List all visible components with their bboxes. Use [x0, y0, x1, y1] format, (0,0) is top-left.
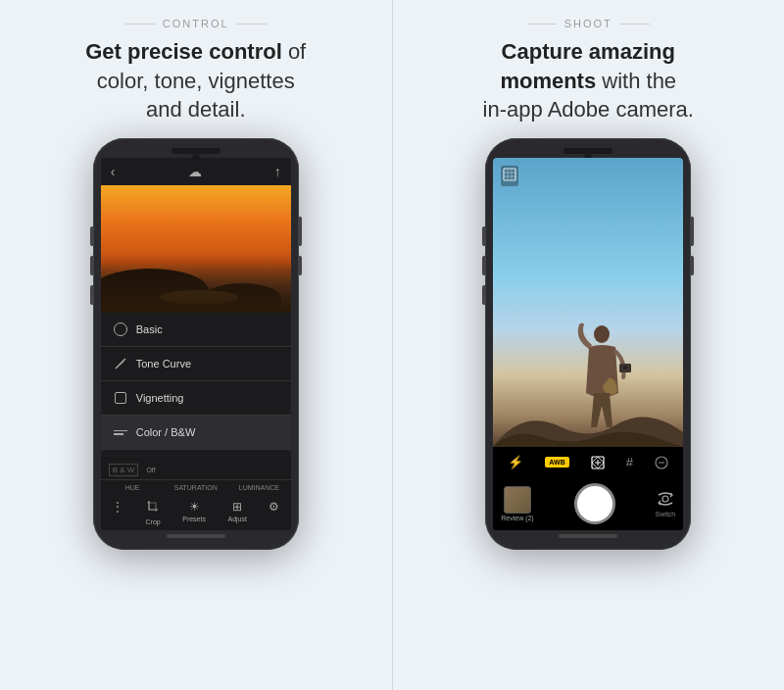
- right-panel: SHOOT Capture amazingmoments with thein-…: [393, 0, 785, 690]
- back-icon[interactable]: ‹: [111, 164, 116, 179]
- color-bw-icon: [113, 424, 128, 440]
- left-button-3: [90, 285, 93, 305]
- adjust-label: Adjust: [227, 516, 246, 522]
- toolbar-more[interactable]: ⋮: [112, 500, 123, 525]
- camera-dot: [192, 154, 200, 162]
- bottom-bar: B & W Off HUE SATURATION: [101, 457, 291, 530]
- review-section: Review (2): [501, 486, 533, 521]
- more-icon: ⋮: [112, 500, 123, 514]
- color-bw-label: Color / B&W: [136, 426, 196, 438]
- left-panel: CONTROL Get precise control ofcolor, ton…: [0, 0, 392, 690]
- left-phone-screen: ‹ ☁ ↑: [101, 158, 291, 530]
- home-bar: [167, 534, 225, 538]
- presets-label: Presets: [182, 516, 206, 522]
- camera-controls-bar: ⚡ AWB #: [493, 447, 683, 477]
- saturation-label: SATURATION: [174, 484, 218, 491]
- svg-rect-2: [504, 169, 515, 180]
- menu-item-color-bw[interactable]: Color / B&W: [101, 416, 291, 450]
- title-bold-right: Capture amazingmoments: [500, 39, 675, 93]
- camera-screen: ⚡ AWB #: [493, 158, 683, 530]
- review-thumbnail[interactable]: [504, 486, 531, 514]
- lines-icon: [114, 430, 127, 435]
- control-label: CONTROL: [163, 18, 229, 29]
- hue-label: HUE: [125, 484, 140, 491]
- camera-photo-view: [493, 158, 683, 447]
- bw-column-row: HUE SATURATION LUMINANCE: [101, 480, 291, 495]
- toolbar-crop[interactable]: Crop: [146, 500, 161, 525]
- gear-circle-icon: [114, 322, 127, 336]
- menu-item-basic[interactable]: Basic: [101, 313, 291, 347]
- right-left-button-3: [482, 285, 485, 305]
- right-side-button-2: [691, 256, 694, 275]
- title-bold-part: Get precise control: [85, 39, 282, 64]
- awb-button[interactable]: AWB: [545, 457, 568, 468]
- tone-curve-icon: [113, 356, 128, 371]
- vignette-square-icon: [115, 392, 126, 404]
- home-bar-right: [559, 534, 617, 538]
- exposure-button[interactable]: [591, 456, 605, 469]
- vignetting-label: Vignetting: [136, 392, 184, 404]
- side-button-2: [299, 256, 302, 275]
- shoot-label: SHOOT: [564, 18, 612, 29]
- saturation-col: SATURATION: [164, 482, 227, 493]
- left-phone-frame: ‹ ☁ ↑: [93, 138, 299, 550]
- edit-screen: ‹ ☁ ↑: [101, 158, 291, 530]
- edit-toolbar: ⋮ Crop: [101, 495, 291, 528]
- left-button-2: [90, 256, 93, 275]
- right-panel-label: SHOOT: [527, 18, 650, 29]
- preset-icon: ☀: [189, 500, 200, 514]
- camera-bottom-bar: Review (2): [493, 477, 683, 530]
- crop-icon: [146, 500, 160, 517]
- hue-col: HUE: [101, 482, 165, 493]
- bw-label: B & W: [113, 466, 135, 474]
- luminance-col: LUMINANCE: [227, 482, 291, 493]
- toolbar-adjust[interactable]: ⊞ Adjust: [227, 500, 246, 525]
- review-count-label[interactable]: Review (2): [501, 515, 533, 521]
- basic-icon: [113, 321, 128, 337]
- switch-camera-icon: [657, 490, 674, 511]
- menu-item-vignetting[interactable]: Vignetting: [101, 381, 291, 416]
- right-panel-title: Capture amazingmoments with thein-app Ad…: [473, 37, 704, 124]
- right-phone-screen: ⚡ AWB #: [493, 158, 683, 530]
- left-button-1: [90, 226, 93, 246]
- svg-point-7: [594, 325, 610, 343]
- grid-overlay-icon: [501, 166, 518, 186]
- photo-preview: [101, 185, 291, 313]
- page-container: CONTROL Get precise control ofcolor, ton…: [0, 0, 784, 690]
- switch-label: Switch: [656, 511, 676, 518]
- toolbar-presets[interactable]: ☀ Presets: [182, 500, 206, 525]
- share-icon[interactable]: ↑: [274, 164, 281, 179]
- luminance-label: LUMINANCE: [239, 484, 279, 491]
- menu-item-dehaze[interactable]: Dehaze: [101, 450, 291, 457]
- switch-camera-button[interactable]: Switch: [656, 490, 676, 518]
- flash-button[interactable]: ⚡: [508, 455, 523, 469]
- toolbar-settings[interactable]: ⚙: [269, 500, 279, 525]
- bw-badge: B & W: [109, 464, 139, 476]
- tone-curve-label: Tone Curve: [136, 358, 191, 370]
- edit-header: ‹ ☁ ↑: [101, 158, 291, 185]
- adjust-icon: ⊞: [232, 500, 242, 514]
- svg-point-15: [662, 496, 668, 502]
- cloud-icon[interactable]: ☁: [188, 164, 202, 179]
- shutter-button[interactable]: [574, 483, 615, 524]
- left-panel-label: CONTROL: [125, 18, 267, 29]
- settings-cam-button[interactable]: [655, 456, 668, 469]
- side-button-power: [299, 217, 302, 246]
- svg-point-9: [622, 365, 628, 370]
- menu-item-tone-curve[interactable]: Tone Curve: [101, 347, 291, 381]
- vignetting-icon: [113, 390, 128, 406]
- right-left-button-1: [482, 226, 485, 246]
- right-side-button-1: [691, 217, 694, 246]
- left-panel-title: Get precise control ofcolor, tone, vigne…: [75, 37, 316, 124]
- crop-label: Crop: [146, 518, 161, 525]
- landscape-hills: [493, 398, 683, 447]
- photo-overlay: [101, 254, 291, 313]
- bw-off-label: Off: [146, 467, 155, 473]
- edit-menu-panel: Basic Tone Curve: [101, 313, 291, 457]
- bw-strip: B & W Off: [101, 461, 291, 480]
- right-phone-frame: ⚡ AWB #: [485, 138, 691, 550]
- basic-label: Basic: [136, 323, 163, 335]
- settings-icon: ⚙: [269, 500, 279, 514]
- right-left-button-2: [482, 256, 485, 275]
- hashtag-button[interactable]: #: [626, 455, 633, 469]
